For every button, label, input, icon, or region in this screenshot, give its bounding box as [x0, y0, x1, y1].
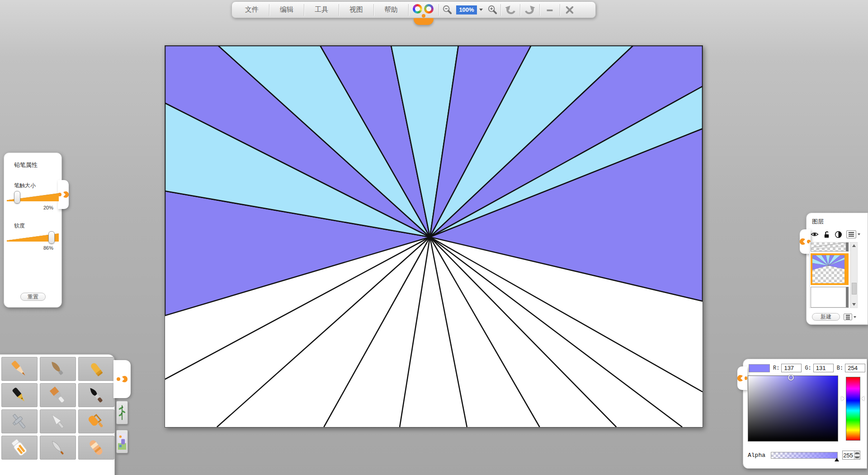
clown-smile-icon — [414, 18, 434, 25]
airbrush-tool-icon — [9, 411, 30, 432]
layer-thumbnail-sketch[interactable] — [811, 242, 849, 252]
clown-right-eye-icon — [424, 4, 434, 14]
clown-nose-icon — [422, 14, 425, 18]
redo-icon — [524, 4, 536, 16]
panel-drag-handle[interactable] — [737, 366, 747, 390]
blue-input[interactable]: 254 — [845, 364, 865, 372]
brush-size-label: 笔触大小 — [4, 169, 61, 190]
softness-slider[interactable] — [7, 232, 59, 243]
alpha-spinner: 255 — [842, 451, 860, 460]
menu-help[interactable]: 帮助 — [374, 3, 408, 17]
eraser-tool-icon — [86, 437, 107, 458]
layer-blend-contrast-icon[interactable] — [835, 231, 842, 238]
chevron-down-icon — [479, 9, 483, 11]
list-icon — [844, 314, 852, 320]
drawing-canvas[interactable] — [165, 45, 703, 428]
tool-brush-tip[interactable] — [40, 357, 76, 381]
handle-arc-icon — [737, 375, 744, 381]
panel-drag-handle[interactable] — [113, 360, 131, 398]
hue-slider[interactable] — [846, 377, 860, 441]
handle-arc-icon — [800, 238, 806, 245]
plant-stamp-icon — [118, 403, 126, 422]
close-button[interactable] — [560, 3, 579, 17]
app-logo-clown[interactable] — [410, 2, 437, 18]
tool-palette-knife[interactable] — [40, 409, 76, 433]
tool-airbrush[interactable] — [1, 409, 38, 433]
tool-paint-tube[interactable] — [1, 436, 38, 460]
picture-stamp-button[interactable] — [116, 430, 128, 453]
alpha-gradient — [771, 452, 837, 458]
menu-file[interactable]: 文件 — [235, 3, 269, 17]
alpha-decrement-button[interactable] — [854, 455, 860, 459]
scrollbar-thumb[interactable] — [852, 283, 857, 294]
paint-tube-tool-icon — [9, 437, 30, 458]
handle-arc-icon — [62, 191, 69, 198]
tool-paint-roller[interactable] — [78, 409, 114, 433]
alpha-slider[interactable] — [771, 452, 838, 459]
main-toolbar: 文件 编辑 工具 视图 帮助 100% — [231, 1, 596, 18]
hue-marker-right-icon[interactable] — [861, 396, 864, 401]
alpha-increment-button[interactable] — [854, 451, 860, 455]
sv-cursor[interactable] — [788, 375, 794, 380]
slider-handle[interactable] — [14, 191, 20, 204]
minimize-button[interactable] — [540, 3, 560, 17]
tool-smudge-blade[interactable] — [40, 436, 76, 460]
zoom-in-icon — [487, 5, 498, 15]
zoom-dropdown-button[interactable] — [478, 5, 484, 14]
alpha-value[interactable]: 255 — [843, 451, 854, 459]
scroll-up-icon[interactable] — [852, 244, 856, 247]
layer-list-scrollbar[interactable] — [850, 242, 857, 308]
handle-dot-icon — [745, 376, 747, 380]
zoom-level-input[interactable]: 100% — [456, 5, 477, 14]
handle-dot-icon — [117, 377, 120, 381]
reset-button[interactable]: 重置 — [20, 293, 46, 301]
red-input[interactable]: 137 — [781, 364, 802, 372]
layer-menu-button[interactable] — [846, 230, 860, 238]
zoom-out-button[interactable] — [439, 3, 455, 17]
crayon-tool-icon — [86, 359, 107, 380]
tool-flat-brush[interactable] — [40, 383, 76, 407]
layer-visibility-eye-icon[interactable] — [811, 230, 819, 238]
green-label: G: — [805, 365, 811, 371]
pencil-tool-icon — [9, 359, 30, 380]
saturation-value-picker[interactable] — [748, 375, 838, 442]
tool-fountain-pen[interactable] — [1, 383, 38, 407]
tool-pencil[interactable] — [1, 357, 38, 381]
layer-lock-icon[interactable] — [823, 231, 830, 238]
paint-roller-tool-icon — [86, 411, 107, 432]
slider-handle[interactable] — [48, 231, 55, 244]
layer-thumbnail-active[interactable] — [811, 253, 849, 285]
panel-drag-handle[interactable] — [58, 180, 69, 209]
tool-ink-brush[interactable] — [78, 383, 114, 407]
green-input[interactable]: 131 — [813, 364, 834, 372]
undo-icon — [505, 4, 516, 16]
handle-arc-icon — [121, 376, 127, 382]
scroll-down-icon[interactable] — [852, 303, 856, 306]
softness-value: 86% — [4, 245, 61, 251]
red-label: R: — [773, 365, 779, 371]
alpha-marker-icon[interactable] — [835, 458, 839, 461]
fountain-pen-tool-icon — [9, 385, 30, 406]
hue-marker-left-icon[interactable] — [841, 396, 844, 401]
redo-button[interactable] — [520, 3, 539, 17]
current-color-swatch — [749, 364, 770, 372]
ink-brush-tool-icon — [86, 385, 107, 406]
layer-thumbnail-background[interactable] — [811, 287, 849, 308]
new-layer-button[interactable]: 新建 — [812, 313, 840, 321]
sketch-lines — [811, 242, 846, 251]
plant-stamp-button[interactable] — [116, 401, 128, 424]
close-icon — [565, 5, 575, 15]
layer-options-button[interactable] — [844, 314, 856, 320]
menu-tools[interactable]: 工具 — [304, 3, 339, 17]
rgb-row: R: 137 G: 131 B: 254 — [743, 359, 867, 372]
alpha-row: Alpha 255 — [743, 452, 867, 459]
undo-button[interactable] — [501, 3, 520, 17]
zoom-in-button[interactable] — [484, 3, 500, 17]
menu-edit[interactable]: 编辑 — [269, 3, 304, 17]
menu-view[interactable]: 视图 — [339, 3, 373, 17]
alpha-label: Alpha — [748, 452, 765, 459]
brush-size-slider[interactable] — [7, 191, 59, 203]
tool-eraser[interactable] — [78, 436, 114, 460]
layer-actions-row — [807, 226, 868, 238]
tool-crayon[interactable] — [78, 357, 114, 381]
